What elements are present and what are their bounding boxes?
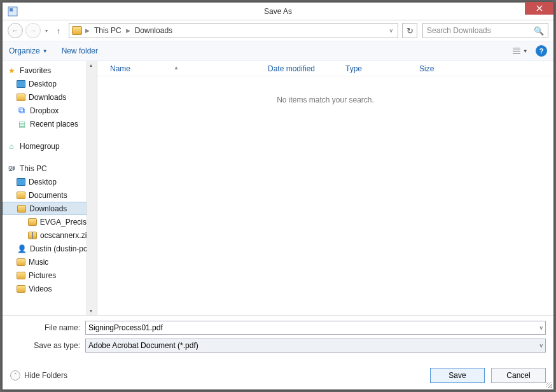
- app-icon: [8, 6, 18, 17]
- savetype-select[interactable]: Adobe Acrobat Document (*.pdf)v: [85, 339, 546, 353]
- desktop-icon: [17, 80, 25, 88]
- folder-icon: [28, 218, 37, 226]
- tree-pc-evga[interactable]: EVGA_Precision: [3, 215, 97, 228]
- search-icon: 🔍: [534, 26, 544, 36]
- tree-pc-documents[interactable]: Documents: [3, 188, 97, 202]
- breadcrumb-sep-icon: ▶: [124, 27, 132, 34]
- save-button[interactable]: Save: [430, 368, 485, 383]
- cancel-button[interactable]: Cancel: [491, 368, 546, 383]
- empty-message: No items match your search.: [97, 95, 553, 104]
- up-button[interactable]: ↑: [52, 24, 65, 37]
- folder-icon: [17, 94, 25, 101]
- toolbar: Organize▼ New folder ▼ ?: [3, 41, 553, 61]
- form-area: File name: SigningProcess01.pdfv Save as…: [3, 315, 553, 359]
- new-folder-button[interactable]: New folder: [62, 46, 98, 55]
- nav-tree[interactable]: ★Favorites Desktop Downloads ⧉Dropbox ▤R…: [3, 61, 97, 315]
- tree-pc-videos[interactable]: Videos: [3, 282, 97, 295]
- address-dropdown-icon[interactable]: v: [387, 27, 396, 34]
- body: ★Favorites Desktop Downloads ⧉Dropbox ▤R…: [3, 61, 553, 315]
- recent-icon: ▤: [17, 120, 27, 129]
- folder-icon: [72, 26, 82, 35]
- star-icon: ★: [6, 66, 17, 75]
- address-bar[interactable]: ▶ This PC ▶ Downloads v: [69, 23, 398, 38]
- view-options-button[interactable]: ▼: [511, 45, 529, 57]
- folder-icon: [17, 258, 25, 266]
- nav-row: ← → ▾ ↑ ▶ This PC ▶ Downloads v ↻ Search…: [3, 20, 553, 41]
- folder-icon: [17, 285, 25, 293]
- search-input[interactable]: Search Downloads 🔍: [422, 23, 548, 38]
- user-pc-icon: 👤: [17, 244, 27, 253]
- hide-folders-button[interactable]: ˄ Hide Folders: [10, 370, 67, 381]
- tree-pc-ocscanner[interactable]: ocscannerx.zip: [3, 228, 97, 242]
- tree-fav-downloads[interactable]: Downloads: [3, 90, 97, 104]
- file-list-area: Name▲ Date modified Type Size No items m…: [97, 61, 553, 315]
- search-placeholder: Search Downloads: [427, 26, 491, 35]
- organize-menu[interactable]: Organize▼: [9, 46, 48, 55]
- zip-icon: [28, 232, 37, 239]
- folder-icon: [17, 192, 25, 199]
- tree-fav-dropbox[interactable]: ⧉Dropbox: [3, 104, 97, 117]
- savetype-label: Save as type:: [10, 341, 85, 350]
- folder-icon: [17, 272, 25, 279]
- back-button[interactable]: ←: [8, 23, 23, 38]
- breadcrumb-sep-icon: ▶: [83, 27, 92, 34]
- homegroup-icon: ⌂: [6, 142, 17, 151]
- tree-favorites[interactable]: ★Favorites: [3, 64, 97, 77]
- breadcrumb-downloads[interactable]: Downloads: [134, 26, 174, 35]
- chevron-down-icon[interactable]: v: [540, 342, 543, 349]
- desktop-icon: [17, 178, 25, 186]
- filename-label: File name:: [10, 323, 85, 332]
- tree-fav-recent[interactable]: ▤Recent places: [3, 117, 97, 130]
- help-button[interactable]: ?: [536, 45, 547, 57]
- refresh-button[interactable]: ↻: [402, 23, 417, 38]
- tree-pc-music[interactable]: Music: [3, 255, 97, 269]
- filename-input[interactable]: SigningProcess01.pdfv: [85, 321, 546, 335]
- col-size[interactable]: Size: [414, 64, 462, 73]
- col-date[interactable]: Date modified: [263, 64, 340, 73]
- tree-fav-desktop[interactable]: Desktop: [3, 77, 97, 90]
- tree-pc-pictures[interactable]: Pictures: [3, 269, 97, 282]
- chevron-up-icon: ˄: [10, 370, 20, 381]
- chevron-down-icon[interactable]: v: [540, 325, 543, 331]
- pc-icon: 🖳: [6, 164, 17, 173]
- tree-pc-downloads[interactable]: Downloads: [3, 202, 97, 215]
- sort-asc-icon: ▲: [174, 65, 179, 71]
- tree-homegroup[interactable]: ⌂Homegroup: [3, 139, 97, 153]
- nav-history-dropdown[interactable]: ▾: [43, 23, 50, 38]
- col-type[interactable]: Type: [340, 64, 414, 73]
- folder-icon: [17, 205, 26, 213]
- title-bar: Save As: [3, 3, 553, 20]
- window-title: Save As: [3, 7, 553, 16]
- tree-pc-desktop[interactable]: Desktop: [3, 175, 97, 188]
- forward-button[interactable]: →: [25, 23, 41, 38]
- footer: ˄ Hide Folders Save Cancel: [3, 359, 553, 389]
- breadcrumb-this-pc[interactable]: This PC: [93, 26, 123, 35]
- save-as-dialog: Save As ← → ▾ ↑ ▶ This PC ▶ Downloads v …: [2, 2, 554, 390]
- tree-pc-dustin[interactable]: 👤Dustin (dustin-pc: [3, 242, 97, 255]
- resize-grip[interactable]: [546, 382, 552, 388]
- chevron-down-icon: ▼: [43, 48, 48, 54]
- svg-rect-1: [10, 8, 13, 11]
- tree-this-pc[interactable]: 🖳This PC: [3, 162, 97, 175]
- dropbox-icon: ⧉: [17, 106, 27, 115]
- close-button[interactable]: [525, 2, 553, 15]
- col-name[interactable]: Name▲: [97, 64, 263, 73]
- column-headers: Name▲ Date modified Type Size: [97, 61, 553, 76]
- tree-scrollbar[interactable]: [87, 61, 97, 315]
